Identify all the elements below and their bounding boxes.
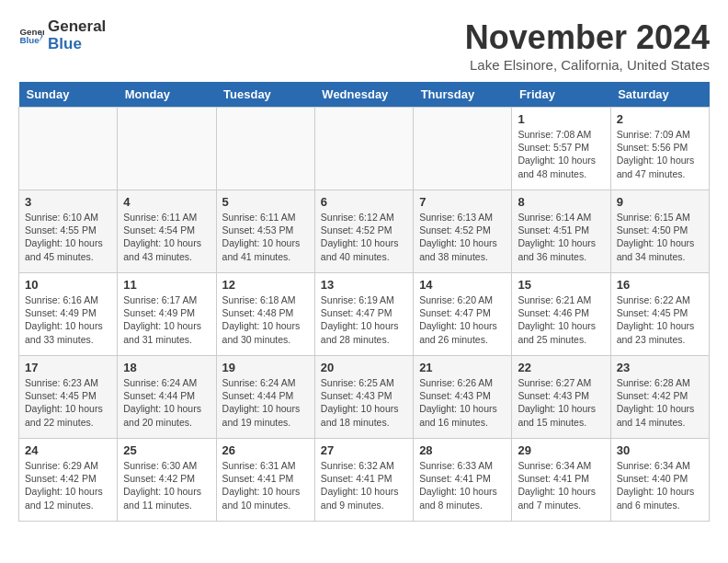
day-info: Sunrise: 6:26 AM Sunset: 4:43 PM Dayligh…: [419, 376, 506, 429]
calendar-cell: 27Sunrise: 6:32 AM Sunset: 4:41 PM Dayli…: [314, 439, 413, 522]
day-info: Sunrise: 6:23 AM Sunset: 4:45 PM Dayligh…: [25, 376, 111, 429]
day-number: 7: [419, 195, 506, 209]
calendar-cell: [216, 108, 314, 190]
day-info: Sunrise: 7:08 AM Sunset: 5:57 PM Dayligh…: [518, 128, 604, 180]
calendar-cell: 11Sunrise: 6:17 AM Sunset: 4:49 PM Dayli…: [118, 273, 216, 356]
calendar-cell: 13Sunrise: 6:19 AM Sunset: 4:47 PM Dayli…: [314, 273, 413, 356]
calendar-cell: 6Sunrise: 6:12 AM Sunset: 4:52 PM Daylig…: [314, 190, 413, 273]
weekday-header-wednesday: Wednesday: [314, 82, 413, 108]
month-title: November 2024: [465, 18, 710, 57]
calendar-body: 1Sunrise: 7:08 AM Sunset: 5:57 PM Daylig…: [19, 108, 710, 522]
day-number: 29: [518, 443, 604, 457]
calendar-cell: 20Sunrise: 6:25 AM Sunset: 4:43 PM Dayli…: [314, 356, 413, 439]
day-number: 4: [123, 195, 210, 209]
day-info: Sunrise: 6:28 AM Sunset: 4:42 PM Dayligh…: [617, 376, 703, 429]
day-info: Sunrise: 6:32 AM Sunset: 4:41 PM Dayligh…: [321, 459, 407, 511]
calendar-cell: 9Sunrise: 6:15 AM Sunset: 4:50 PM Daylig…: [610, 190, 709, 273]
day-info: Sunrise: 6:18 AM Sunset: 4:48 PM Dayligh…: [222, 293, 309, 346]
day-info: Sunrise: 6:29 AM Sunset: 4:42 PM Dayligh…: [25, 459, 111, 511]
day-number: 17: [25, 361, 111, 374]
day-info: Sunrise: 6:10 AM Sunset: 4:55 PM Dayligh…: [25, 211, 111, 263]
day-info: Sunrise: 6:22 AM Sunset: 4:45 PM Dayligh…: [617, 293, 703, 346]
calendar-week-row: 10Sunrise: 6:16 AM Sunset: 4:49 PM Dayli…: [19, 273, 710, 356]
calendar-cell: [414, 108, 512, 190]
day-number: 24: [25, 443, 111, 457]
calendar-cell: 25Sunrise: 6:30 AM Sunset: 4:42 PM Dayli…: [118, 439, 216, 522]
weekday-header-monday: Monday: [118, 82, 216, 108]
day-number: 3: [25, 195, 111, 209]
day-number: 22: [518, 361, 604, 374]
logo-general: General: [48, 18, 106, 36]
calendar-cell: 29Sunrise: 6:34 AM Sunset: 4:41 PM Dayli…: [512, 439, 610, 522]
day-number: 10: [25, 278, 111, 292]
calendar-cell: 22Sunrise: 6:27 AM Sunset: 4:43 PM Dayli…: [512, 356, 610, 439]
calendar-cell: [118, 108, 216, 190]
day-info: Sunrise: 6:24 AM Sunset: 4:44 PM Dayligh…: [222, 376, 309, 429]
day-info: Sunrise: 6:12 AM Sunset: 4:52 PM Dayligh…: [321, 211, 407, 263]
day-number: 18: [123, 361, 210, 374]
day-number: 5: [222, 195, 309, 209]
day-info: Sunrise: 6:24 AM Sunset: 4:44 PM Dayligh…: [123, 376, 210, 429]
day-info: Sunrise: 6:15 AM Sunset: 4:50 PM Dayligh…: [617, 211, 703, 263]
logo: General Blue General Blue: [18, 18, 106, 52]
day-number: 27: [321, 443, 407, 457]
day-number: 30: [617, 443, 703, 457]
day-number: 20: [321, 361, 407, 374]
day-info: Sunrise: 6:30 AM Sunset: 4:42 PM Dayligh…: [123, 459, 210, 511]
calendar-week-row: 3Sunrise: 6:10 AM Sunset: 4:55 PM Daylig…: [19, 190, 710, 273]
day-info: Sunrise: 6:20 AM Sunset: 4:47 PM Dayligh…: [419, 293, 506, 346]
calendar-week-row: 24Sunrise: 6:29 AM Sunset: 4:42 PM Dayli…: [19, 439, 710, 522]
day-info: Sunrise: 6:11 AM Sunset: 4:53 PM Dayligh…: [222, 211, 309, 263]
day-number: 23: [617, 361, 703, 374]
weekday-header-saturday: Saturday: [610, 82, 709, 108]
logo-blue: Blue: [48, 36, 106, 53]
calendar-cell: [19, 108, 118, 190]
calendar-cell: 19Sunrise: 6:24 AM Sunset: 4:44 PM Dayli…: [216, 356, 314, 439]
day-info: Sunrise: 6:34 AM Sunset: 4:41 PM Dayligh…: [518, 459, 604, 511]
header-section: General Blue General Blue November 2024 …: [18, 18, 710, 73]
day-number: 8: [518, 195, 604, 209]
calendar-cell: 12Sunrise: 6:18 AM Sunset: 4:48 PM Dayli…: [216, 273, 314, 356]
day-info: Sunrise: 6:11 AM Sunset: 4:54 PM Dayligh…: [123, 211, 210, 263]
svg-text:Blue: Blue: [19, 35, 40, 45]
day-info: Sunrise: 6:14 AM Sunset: 4:51 PM Dayligh…: [518, 211, 604, 263]
calendar-cell: 24Sunrise: 6:29 AM Sunset: 4:42 PM Dayli…: [19, 439, 118, 522]
calendar-cell: 5Sunrise: 6:11 AM Sunset: 4:53 PM Daylig…: [216, 190, 314, 273]
calendar-cell: 23Sunrise: 6:28 AM Sunset: 4:42 PM Dayli…: [610, 356, 709, 439]
day-number: 25: [123, 443, 210, 457]
day-number: 16: [617, 278, 703, 292]
day-number: 21: [419, 361, 506, 374]
calendar-cell: 26Sunrise: 6:31 AM Sunset: 4:41 PM Dayli…: [216, 439, 314, 522]
day-number: 9: [617, 195, 703, 209]
day-number: 12: [222, 278, 309, 292]
calendar-cell: 15Sunrise: 6:21 AM Sunset: 4:46 PM Dayli…: [512, 273, 610, 356]
day-number: 28: [419, 443, 506, 457]
day-number: 2: [617, 112, 703, 126]
calendar-cell: 28Sunrise: 6:33 AM Sunset: 4:41 PM Dayli…: [414, 439, 512, 522]
calendar-cell: 7Sunrise: 6:13 AM Sunset: 4:52 PM Daylig…: [414, 190, 512, 273]
calendar-table: SundayMondayTuesdayWednesdayThursdayFrid…: [18, 82, 710, 522]
day-info: Sunrise: 6:16 AM Sunset: 4:49 PM Dayligh…: [25, 293, 111, 346]
logo-icon: General Blue: [18, 23, 44, 49]
day-info: Sunrise: 6:25 AM Sunset: 4:43 PM Dayligh…: [321, 376, 407, 429]
day-info: Sunrise: 6:19 AM Sunset: 4:47 PM Dayligh…: [321, 293, 407, 346]
weekday-header-tuesday: Tuesday: [216, 82, 314, 108]
calendar-cell: 2Sunrise: 7:09 AM Sunset: 5:56 PM Daylig…: [610, 108, 709, 190]
weekday-header-sunday: Sunday: [19, 82, 118, 108]
day-info: Sunrise: 6:17 AM Sunset: 4:49 PM Dayligh…: [123, 293, 210, 346]
day-number: 6: [321, 195, 407, 209]
calendar-cell: 14Sunrise: 6:20 AM Sunset: 4:47 PM Dayli…: [414, 273, 512, 356]
calendar-cell: [314, 108, 413, 190]
day-number: 11: [123, 278, 210, 292]
calendar-week-row: 17Sunrise: 6:23 AM Sunset: 4:45 PM Dayli…: [19, 356, 710, 439]
calendar-cell: 4Sunrise: 6:11 AM Sunset: 4:54 PM Daylig…: [118, 190, 216, 273]
day-info: Sunrise: 7:09 AM Sunset: 5:56 PM Dayligh…: [617, 128, 703, 180]
weekday-header-thursday: Thursday: [414, 82, 512, 108]
calendar-cell: 21Sunrise: 6:26 AM Sunset: 4:43 PM Dayli…: [414, 356, 512, 439]
calendar-cell: 17Sunrise: 6:23 AM Sunset: 4:45 PM Dayli…: [19, 356, 118, 439]
day-number: 13: [321, 278, 407, 292]
day-info: Sunrise: 6:13 AM Sunset: 4:52 PM Dayligh…: [419, 211, 506, 263]
day-number: 14: [419, 278, 506, 292]
calendar-cell: 3Sunrise: 6:10 AM Sunset: 4:55 PM Daylig…: [19, 190, 118, 273]
day-info: Sunrise: 6:31 AM Sunset: 4:41 PM Dayligh…: [222, 459, 309, 511]
